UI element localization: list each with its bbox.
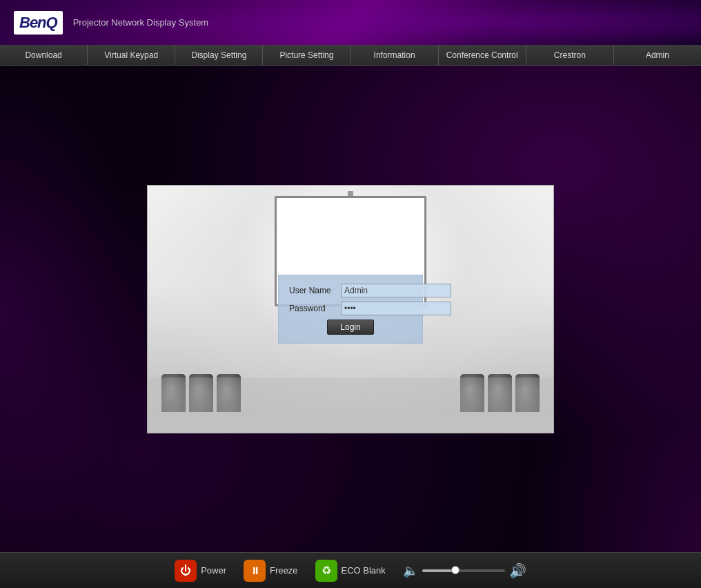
eco-label: ECO Blank — [342, 565, 386, 576]
volume-slider[interactable] — [422, 569, 505, 572]
atmosphere-left — [0, 66, 138, 552]
navbar: Download Virtual Keypad Display Setting … — [0, 45, 701, 66]
volume-low-icon: 🔈 — [403, 563, 418, 578]
nav-admin[interactable]: Admin — [614, 45, 701, 65]
power-button[interactable]: ⏻ Power — [175, 560, 226, 582]
freeze-icon: ⏸ — [244, 560, 266, 582]
power-icon: ⏻ — [175, 560, 197, 582]
password-label: Password — [289, 304, 341, 313]
main-content: User Name Password Login — [0, 66, 701, 552]
eco-blank-button[interactable]: ♻ ECO Blank — [315, 560, 386, 582]
volume-high-icon: 🔊 — [509, 562, 526, 579]
logo-area: BenQ Projector Network Display System — [14, 11, 208, 35]
nav-conference-control[interactable]: Conference Control — [439, 45, 526, 65]
button-row: Login — [289, 320, 412, 335]
nav-crestron[interactable]: Crestron — [526, 45, 614, 65]
nav-virtual-keypad[interactable]: Virtual Keypad — [88, 45, 175, 65]
app-subtitle: Projector Network Display System — [73, 17, 209, 28]
nav-download[interactable]: Download — [0, 45, 88, 65]
benq-logo: BenQ — [14, 11, 63, 35]
volume-fill — [422, 569, 455, 572]
nav-information[interactable]: Information — [351, 45, 439, 65]
nav-display-setting[interactable]: Display Setting — [175, 45, 263, 65]
username-label: User Name — [289, 286, 341, 295]
freeze-label: Freeze — [270, 565, 297, 576]
eco-icon: ♻ — [315, 560, 337, 582]
nav-picture-setting[interactable]: Picture Setting — [263, 45, 350, 65]
username-input[interactable] — [341, 284, 451, 297]
freeze-button[interactable]: ⏸ Freeze — [244, 560, 297, 582]
volume-control: 🔈 🔊 — [403, 562, 526, 579]
login-button[interactable]: Login — [327, 320, 373, 335]
header: BenQ Projector Network Display System — [0, 0, 701, 45]
volume-thumb[interactable] — [451, 566, 460, 574]
table-surface — [148, 378, 553, 433]
login-form: User Name Password Login — [278, 275, 423, 344]
bottom-toolbar: ⏻ Power ⏸ Freeze ♻ ECO Blank 🔈 🔊 — [0, 552, 701, 588]
password-row: Password — [289, 302, 412, 315]
username-row: User Name — [289, 284, 412, 297]
conference-panel: User Name Password Login — [147, 185, 554, 433]
password-input[interactable] — [341, 302, 451, 315]
power-label: Power — [201, 565, 226, 576]
logo-text: BenQ — [19, 14, 57, 31]
